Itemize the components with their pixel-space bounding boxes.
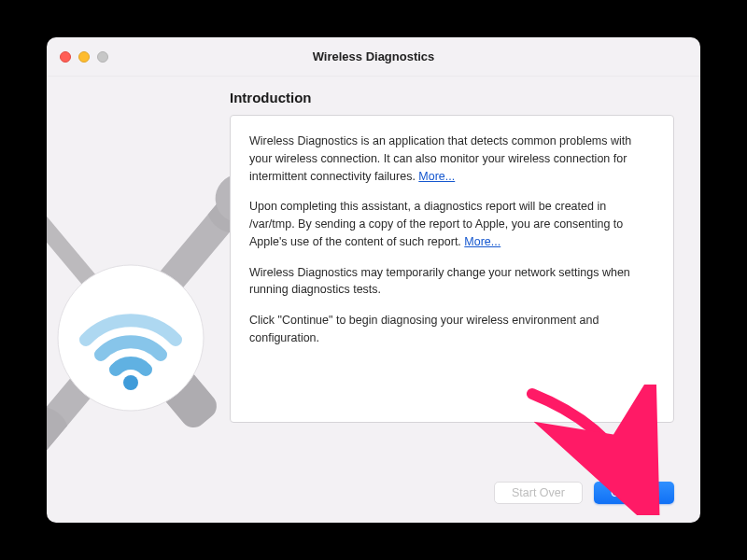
intro-panel: Wireless Diagnostics is an application t… [230, 115, 674, 423]
svg-point-6 [123, 375, 138, 390]
svg-rect-4 [96, 293, 222, 433]
svg-point-5 [58, 265, 204, 411]
start-over-button: Start Over [494, 482, 583, 504]
main-content: Introduction Wireless Diagnostics is an … [230, 90, 674, 423]
window-controls [60, 51, 108, 63]
more-link-2[interactable]: More... [464, 235, 500, 248]
intro-paragraph-1: Wireless Diagnostics is an application t… [249, 133, 655, 185]
window-body: Introduction Wireless Diagnostics is an … [47, 77, 700, 523]
page-title: Introduction [230, 90, 674, 105]
intro-paragraph-3: Wireless Diagnostics may temporarily cha… [249, 264, 655, 300]
svg-rect-2 [47, 164, 118, 311]
wireless-diagnostics-window: Wireless Diagnostics [47, 37, 700, 523]
intro-paragraph-2: Upon completing this assistant, a diagno… [249, 198, 655, 250]
svg-rect-0 [47, 182, 257, 457]
button-row: Start Over Continue [494, 482, 674, 504]
intro-text-2: Upon completing this assistant, a diagno… [249, 200, 623, 248]
more-link-1[interactable]: More... [418, 170, 455, 183]
intro-paragraph-4: Click "Continue" to begin diagnosing you… [249, 312, 655, 347]
window-title: Wireless Diagnostics [47, 49, 700, 63]
titlebar: Wireless Diagnostics [47, 37, 700, 77]
close-icon[interactable] [60, 51, 71, 63]
continue-button[interactable]: Continue [594, 482, 674, 504]
zoom-icon [97, 51, 108, 63]
minimize-icon[interactable] [78, 51, 90, 63]
